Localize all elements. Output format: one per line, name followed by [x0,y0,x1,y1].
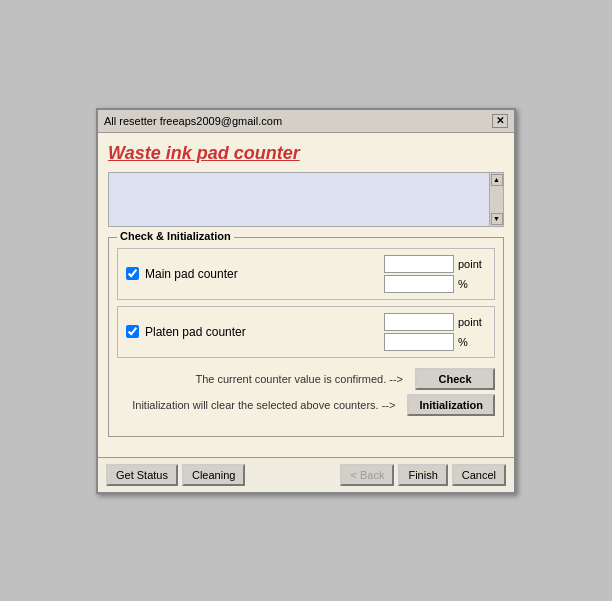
platen-pad-label: Platen pad counter [145,325,384,339]
platen-pad-percent-row: % [384,333,486,351]
cleaning-button[interactable]: Cleaning [182,464,245,486]
close-button[interactable]: ✕ [492,114,508,128]
scroll-up-arrow[interactable]: ▲ [491,174,503,186]
main-window: All resetter freeaps2009@gmail.com ✕ Was… [96,108,516,494]
platen-pad-inner: Platen pad counter point % [126,313,486,351]
main-pad-checkbox[interactable] [126,267,139,280]
check-init-group: Check & Initialization Main pad counter … [108,237,504,437]
check-action-text: The current counter value is confirmed. … [117,373,409,385]
main-pad-point-input[interactable] [384,255,454,273]
main-pad-row: Main pad counter point % [117,248,495,300]
main-pad-inner: Main pad counter point % [126,255,486,293]
get-status-button[interactable]: Get Status [106,464,178,486]
action-area: The current counter value is confirmed. … [117,364,495,428]
platen-pad-point-input[interactable] [384,313,454,331]
back-button[interactable]: < Back [340,464,394,486]
main-pad-percent-row: % [384,275,486,293]
main-pad-left: Main pad counter [126,267,384,281]
check-action-row: The current counter value is confirmed. … [117,368,495,390]
group-inner: Main pad counter point % [117,248,495,428]
platen-pad-point-unit: point [458,316,486,328]
window-title: All resetter freeaps2009@gmail.com [104,115,282,127]
main-pad-point-unit: point [458,258,486,270]
platen-pad-percent-input[interactable] [384,333,454,351]
main-pad-percent-input[interactable] [384,275,454,293]
check-button[interactable]: Check [415,368,495,390]
main-pad-inputs: point % [384,255,486,293]
main-pad-point-row: point [384,255,486,273]
platen-pad-left: Platen pad counter [126,325,384,339]
group-legend: Check & Initialization [117,230,234,242]
page-title: Waste ink pad counter [108,143,504,164]
main-pad-label: Main pad counter [145,267,384,281]
platen-pad-percent-unit: % [458,336,486,348]
content-area: Waste ink pad counter ▲ ▼ Check & Initia… [98,133,514,457]
init-action-row: Initialization will clear the selected a… [117,394,495,416]
bottom-bar: Get Status Cleaning < Back Finish Cancel [98,457,514,492]
display-area: ▲ ▼ [108,172,504,227]
platen-pad-checkbox[interactable] [126,325,139,338]
platen-pad-row: Platen pad counter point % [117,306,495,358]
cancel-button[interactable]: Cancel [452,464,506,486]
title-bar: All resetter freeaps2009@gmail.com ✕ [98,110,514,133]
init-action-text: Initialization will clear the selected a… [117,399,401,411]
finish-button[interactable]: Finish [398,464,447,486]
main-pad-percent-unit: % [458,278,486,290]
initialization-button[interactable]: Initialization [407,394,495,416]
platen-pad-inputs: point % [384,313,486,351]
scroll-down-arrow[interactable]: ▼ [491,213,503,225]
scrollbar[interactable]: ▲ ▼ [489,173,503,226]
platen-pad-point-row: point [384,313,486,331]
